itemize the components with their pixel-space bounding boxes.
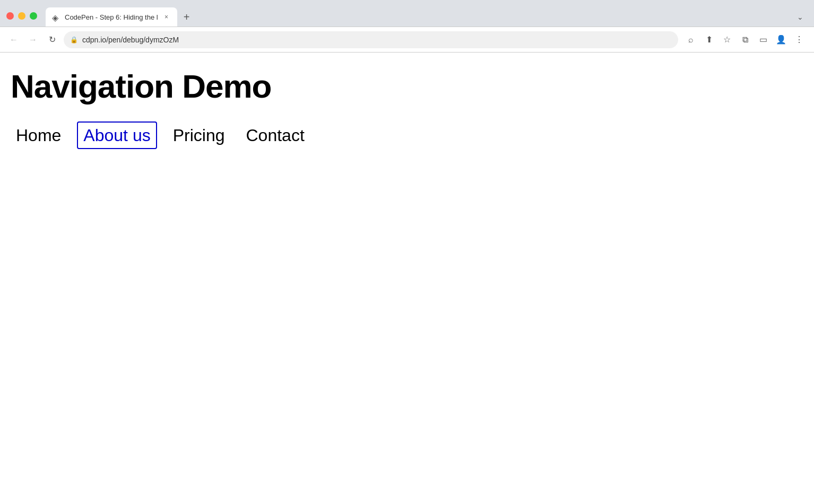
page-title: Navigation Demo	[11, 68, 803, 105]
minimize-window-button[interactable]	[18, 12, 25, 20]
page-content: Navigation Demo Home About us Pricing Co…	[0, 53, 814, 504]
lock-icon: 🔒	[70, 36, 78, 44]
sidebar-button[interactable]: ▭	[755, 31, 772, 48]
nav-item-home[interactable]: Home	[11, 123, 66, 148]
codepen-icon: ◈	[52, 13, 60, 21]
navigation-menu: Home About us Pricing Contact	[11, 126, 803, 145]
maximize-window-button[interactable]	[30, 12, 37, 20]
back-button[interactable]: ←	[6, 32, 21, 47]
traffic-lights	[6, 12, 37, 20]
bookmark-button[interactable]: ☆	[718, 31, 735, 48]
url-bar[interactable]: 🔒 cdpn.io/pen/debug/dymzOzM	[64, 31, 678, 48]
share-button[interactable]: ⬆	[700, 31, 717, 48]
nav-menu-list: Home About us Pricing Contact	[11, 126, 803, 145]
nav-item-contact[interactable]: Contact	[240, 123, 309, 148]
nav-item-pricing[interactable]: Pricing	[168, 123, 230, 148]
active-tab[interactable]: ◈ CodePen - Step 6: Hiding the l ×	[46, 7, 177, 27]
tab-dropdown-button[interactable]: ⌄	[793, 10, 808, 24]
menu-button[interactable]: ⋮	[791, 31, 808, 48]
nav-item-about-us[interactable]: About us	[77, 121, 157, 149]
extensions-button[interactable]: ⧉	[737, 31, 754, 48]
browser-chrome: ◈ CodePen - Step 6: Hiding the l × + ⌄ ←…	[0, 0, 814, 53]
profile-button[interactable]: 👤	[773, 31, 790, 48]
url-text: cdpn.io/pen/debug/dymzOzM	[82, 36, 672, 44]
title-bar: ◈ CodePen - Step 6: Hiding the l × + ⌄	[0, 0, 814, 27]
forward-button[interactable]: →	[25, 32, 40, 47]
search-button[interactable]: ⌕	[682, 31, 699, 48]
close-window-button[interactable]	[6, 12, 14, 20]
browser-actions: ⌕ ⬆ ☆ ⧉ ▭ 👤 ⋮	[682, 31, 808, 48]
tab-close-button[interactable]: ×	[162, 13, 171, 21]
address-bar: ← → ↻ 🔒 cdpn.io/pen/debug/dymzOzM ⌕ ⬆ ☆ …	[0, 27, 814, 52]
new-tab-button[interactable]: +	[179, 10, 194, 24]
tab-bar: ◈ CodePen - Step 6: Hiding the l × + ⌄	[46, 5, 808, 27]
refresh-button[interactable]: ↻	[45, 32, 59, 47]
tab-title: CodePen - Step 6: Hiding the l	[65, 13, 158, 21]
